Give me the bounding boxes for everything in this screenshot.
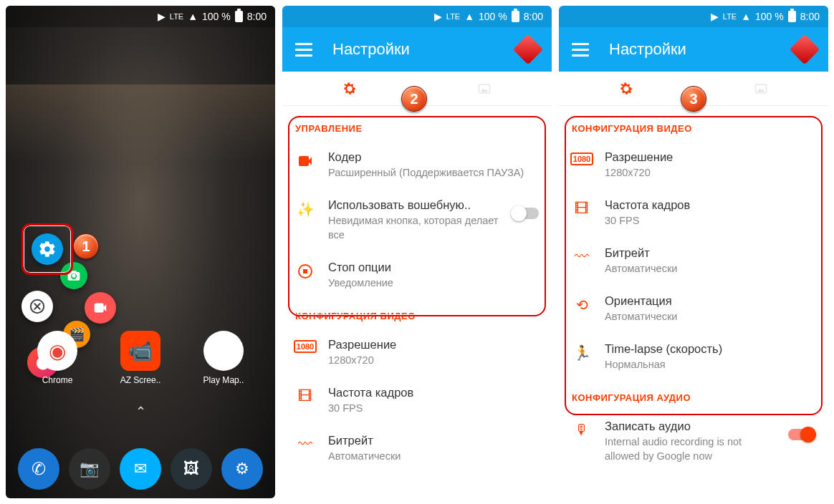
az-icon: 📹 bbox=[120, 331, 160, 371]
row-audio-title: Записать аудио bbox=[605, 419, 775, 434]
gear-icon: ⚙ bbox=[235, 460, 249, 478]
dock: ✆ 📷 ✉ 🖼 ⚙ bbox=[6, 448, 275, 490]
row-resolution-sub: 1280x720 bbox=[328, 354, 539, 368]
wallpaper-glow bbox=[6, 84, 275, 163]
close-icon bbox=[29, 299, 45, 314]
row-bitrate-title: Битрейт bbox=[328, 433, 539, 448]
step-badge-2: 2 bbox=[401, 86, 427, 112]
film-icon: 🎞 bbox=[298, 388, 312, 404]
app-bar-title: Настройки bbox=[332, 40, 410, 59]
svg-point-0 bbox=[72, 273, 75, 277]
home-app-row: ◉ Chrome 📹 AZ Scree.. ▶ Play Мар.. bbox=[6, 331, 275, 385]
menu-button[interactable] bbox=[572, 43, 589, 56]
hamburger-icon bbox=[295, 49, 312, 51]
highlight-video-section bbox=[565, 116, 823, 415]
premium-gem-icon[interactable] bbox=[790, 34, 820, 64]
wifi-icon: ▶ bbox=[158, 11, 166, 22]
home-screen: ▶ LTE ▲ 100 % 8:00 1 🎬 ⬤ ◉ Chrome 📹 AZ S… bbox=[6, 6, 275, 498]
tab-settings[interactable] bbox=[282, 81, 417, 97]
row-fps-title: Частота кадров bbox=[328, 385, 539, 400]
tab-settings[interactable] bbox=[559, 81, 694, 97]
tab-gallery[interactable] bbox=[694, 82, 828, 96]
app-chrome-label: Chrome bbox=[42, 375, 73, 385]
battery-icon bbox=[788, 11, 796, 22]
highlight-control-section bbox=[288, 116, 546, 316]
row-fps-sub: 30 FPS bbox=[328, 402, 539, 416]
row-resolution-title: Разрешение bbox=[328, 337, 539, 352]
status-bar: ▶ LTE ▲ 100 % 8:00 bbox=[282, 6, 552, 27]
dock-phone[interactable]: ✆ bbox=[18, 448, 59, 490]
mic-icon: 🎙 bbox=[575, 422, 589, 438]
step-badge-1: 1 bbox=[73, 233, 99, 259]
chrome-icon: ◉ bbox=[37, 331, 77, 371]
tab-gallery[interactable] bbox=[417, 82, 552, 96]
step-badge-3: 3 bbox=[681, 86, 706, 112]
settings-control-screen: ▶ LTE ▲ 100 % 8:00 Настройки УПРАВЛЕНИЕ … bbox=[282, 6, 552, 498]
gear-icon bbox=[342, 81, 358, 97]
dock-settings[interactable]: ⚙ bbox=[221, 448, 263, 490]
clock-text: 8:00 bbox=[247, 11, 267, 22]
play-icon: ▶ bbox=[203, 331, 244, 371]
battery-text: 100 % bbox=[755, 11, 784, 22]
floating-close-button[interactable] bbox=[21, 291, 53, 322]
signal-icon: ▲ bbox=[741, 11, 751, 22]
dock-mail[interactable]: ✉ bbox=[120, 448, 161, 490]
menu-button[interactable] bbox=[295, 43, 312, 56]
battery-text: 100 % bbox=[479, 11, 507, 22]
row-record-audio[interactable]: 🎙 Записать аудио Internal audio recordin… bbox=[559, 410, 828, 472]
wifi-icon: ▶ bbox=[434, 11, 442, 22]
status-bar: ▶ LTE ▲ 100 % 8:00 bbox=[559, 6, 828, 27]
app-chrome[interactable]: ◉ Chrome bbox=[34, 331, 80, 385]
phone-icon: ✆ bbox=[32, 459, 46, 479]
videocam-icon bbox=[92, 300, 108, 316]
gear-icon bbox=[618, 81, 634, 97]
app-az-label: AZ Scree.. bbox=[120, 375, 161, 385]
image-icon bbox=[476, 82, 493, 96]
camera-icon: 📷 bbox=[80, 460, 99, 478]
hamburger-icon bbox=[572, 49, 589, 51]
wifi-icon: ▶ bbox=[711, 11, 719, 22]
battery-icon bbox=[235, 11, 243, 22]
battery-icon bbox=[512, 11, 519, 22]
highlight-settings-bubble bbox=[21, 223, 73, 275]
gallery-icon: 🖼 bbox=[183, 460, 199, 478]
settings-video-screen: ▶ LTE ▲ 100 % 8:00 Настройки КОНФИГУРАЦИ… bbox=[559, 6, 828, 498]
app-bar: Настройки bbox=[559, 27, 828, 72]
mail-icon: ✉ bbox=[134, 460, 147, 478]
dock-gallery[interactable]: 🖼 bbox=[171, 448, 212, 490]
row-resolution[interactable]: 1080 Разрешение 1280x720 bbox=[282, 329, 552, 377]
clock-text: 8:00 bbox=[524, 11, 543, 22]
floating-record-button[interactable] bbox=[85, 292, 116, 324]
app-play-label: Play Мар.. bbox=[203, 375, 244, 385]
row-bitrate[interactable]: 〰 Битрейт Автоматически bbox=[282, 425, 552, 472]
app-bar-title: Настройки bbox=[609, 40, 686, 59]
lte-icon: LTE bbox=[446, 12, 460, 21]
lte-icon: LTE bbox=[170, 12, 183, 21]
clock-text: 8:00 bbox=[800, 11, 820, 22]
app-bar: Настройки bbox=[282, 27, 552, 72]
resolution-icon: 1080 bbox=[294, 340, 317, 353]
row-bitrate-sub: Автоматически bbox=[328, 450, 539, 464]
premium-gem-icon[interactable] bbox=[513, 34, 543, 64]
signal-icon: ▲ bbox=[464, 11, 474, 22]
image-icon bbox=[752, 82, 770, 96]
signal-icon: ▲ bbox=[188, 11, 198, 22]
app-drawer-chevron-up-icon[interactable]: ⌃ bbox=[135, 404, 146, 420]
battery-text: 100 % bbox=[202, 11, 231, 22]
app-play-market[interactable]: ▶ Play Мар.. bbox=[201, 331, 246, 385]
dock-camera[interactable]: 📷 bbox=[69, 448, 110, 490]
row-fps[interactable]: 🎞 Частота кадров 30 FPS bbox=[282, 377, 552, 425]
app-az-screen[interactable]: 📹 AZ Scree.. bbox=[118, 331, 163, 385]
lte-icon: LTE bbox=[723, 12, 737, 21]
audio-toggle[interactable] bbox=[788, 429, 815, 440]
wave-icon: 〰 bbox=[298, 436, 312, 452]
row-audio-sub: Internal audio recording is not allowed … bbox=[605, 435, 775, 463]
status-bar: ▶ LTE ▲ 100 % 8:00 bbox=[6, 6, 275, 27]
